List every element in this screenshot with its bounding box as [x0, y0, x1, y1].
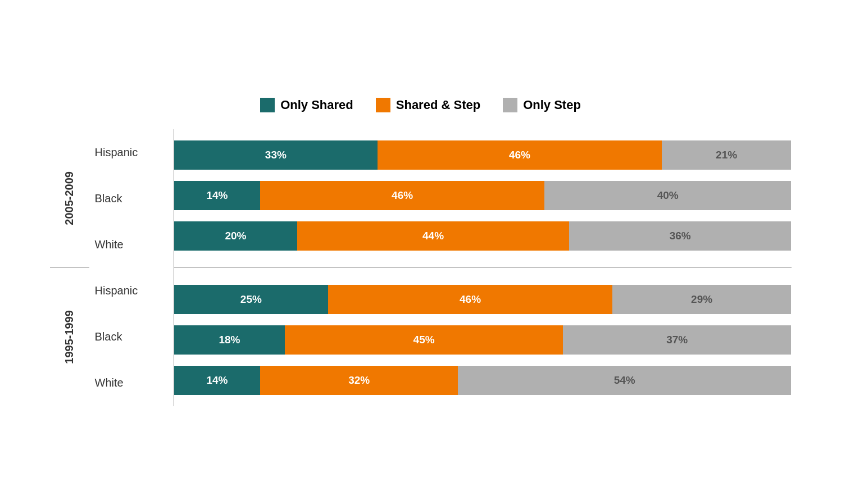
legend: Only SharedShared & StepOnly Step [50, 98, 792, 112]
segment-only-shared-p1-r2: 14% [174, 366, 261, 395]
segment-only-shared-p0-r1: 14% [174, 181, 261, 210]
legend-swatch-only-step [503, 98, 517, 112]
bar-row-p1-r2: 14%32%54% [174, 364, 792, 397]
bar-row-p1-r1: 18%45%37% [174, 323, 792, 357]
segment-only-step-p0-r0: 21% [662, 140, 792, 170]
segment-shared-step-p1-r1: 45% [285, 325, 563, 355]
bars-area: 33%46%21%14%46%40%20%44%36%25%46%29%18%4… [174, 129, 792, 406]
stacked-bar-p1-r1: 18%45%37% [174, 325, 792, 355]
segment-only-step-p1-r0: 29% [612, 285, 792, 314]
bar-row-p0-r1: 14%46%40% [174, 179, 792, 212]
period-label-0: 2005-2009 [63, 171, 76, 225]
race-label-p1-r0: Hispanic [95, 274, 174, 308]
period-block-0: 2005-2009 [50, 129, 89, 268]
y-axis-area: 2005-20091995-1999 HispanicBlackWhiteHis… [50, 129, 174, 406]
stacked-bar-p1-r2: 14%32%54% [174, 366, 792, 395]
legend-swatch-shared-step [376, 98, 390, 112]
segment-only-step-p1-r2: 54% [458, 366, 791, 395]
race-label-p0-r1: Black [95, 181, 174, 215]
segment-only-shared-p0-r2: 20% [174, 221, 298, 251]
segment-shared-step-p0-r0: 46% [378, 140, 662, 170]
race-label-p0-r2: White [95, 228, 174, 261]
bar-row-p0-r2: 20%44%36% [174, 219, 792, 253]
race-label-p1-r1: Black [95, 320, 174, 354]
race-label-p1-r2: White [95, 366, 174, 400]
segment-only-shared-p1-r1: 18% [174, 325, 285, 355]
legend-label-shared-step: Shared & Step [396, 98, 480, 112]
segment-shared-step-p1-r2: 32% [260, 366, 458, 395]
legend-swatch-only-shared [260, 98, 275, 112]
bar-row-p0-r0: 33%46%21% [174, 138, 792, 172]
segment-shared-step-p1-r0: 46% [328, 285, 612, 314]
segment-only-step-p0-r1: 40% [544, 181, 792, 210]
period-block-1: 1995-1999 [50, 268, 89, 406]
race-label-p0-r0: Hispanic [95, 135, 174, 169]
legend-item-shared-step: Shared & Step [376, 98, 480, 112]
legend-label-only-shared: Only Shared [280, 98, 353, 112]
race-labels: HispanicBlackWhiteHispanicBlackWhite [89, 129, 174, 406]
segment-only-step-p0-r2: 36% [569, 221, 792, 251]
segment-only-step-p1-r1: 37% [563, 325, 792, 355]
segment-only-shared-p1-r0: 25% [174, 285, 329, 314]
chart-container: Only SharedShared & StepOnly Step 2005-2… [28, 87, 814, 417]
period-labels: 2005-20091995-1999 [50, 129, 89, 406]
period-group-0: 33%46%21%14%46%40%20%44%36% [174, 129, 792, 268]
stacked-bar-p0-r2: 20%44%36% [174, 221, 792, 251]
stacked-bar-p1-r0: 25%46%29% [174, 285, 792, 314]
legend-item-only-step: Only Step [503, 98, 581, 112]
period-label-1: 1995-1999 [63, 310, 76, 364]
legend-item-only-shared: Only Shared [260, 98, 353, 112]
stacked-bar-p0-r0: 33%46%21% [174, 140, 792, 170]
segment-shared-step-p0-r1: 46% [260, 181, 544, 210]
stacked-bar-p0-r1: 14%46%40% [174, 181, 792, 210]
segment-only-shared-p0-r0: 33% [174, 140, 378, 170]
segment-shared-step-p0-r2: 44% [297, 221, 569, 251]
chart-body: 2005-20091995-1999 HispanicBlackWhiteHis… [50, 129, 792, 406]
period-group-1: 25%46%29%18%45%37%14%32%54% [174, 268, 792, 406]
bar-row-p1-r0: 25%46%29% [174, 283, 792, 316]
legend-label-only-step: Only Step [523, 98, 581, 112]
